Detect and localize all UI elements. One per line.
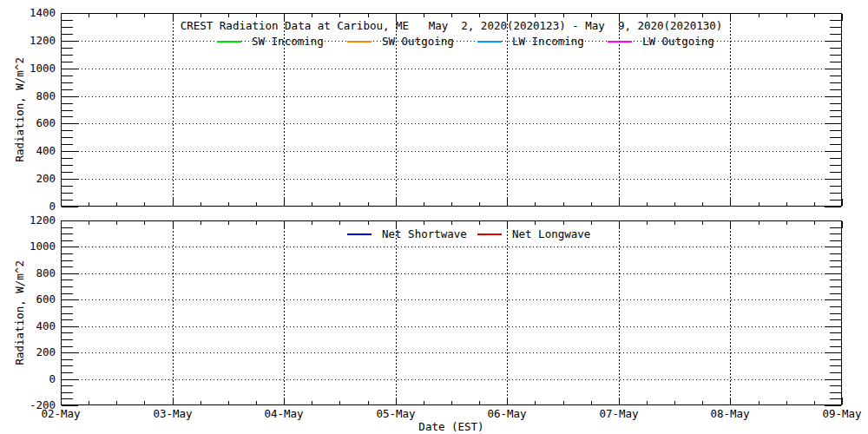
x-minor-tick: [563, 202, 564, 206]
y-minor-tick: [62, 286, 73, 287]
y-tick-label: 1000: [0, 240, 56, 252]
x-tick-label: 04-May: [249, 408, 319, 419]
x-minor-tick: [535, 401, 536, 404]
y-tick-label: 0: [0, 201, 56, 212]
x-minor-tick: [814, 221, 815, 225]
legend-line-lw-incoming: [477, 41, 502, 43]
x-major-tick: [284, 398, 285, 404]
x-minor-tick: [702, 14, 703, 17]
x-minor-tick: [647, 221, 648, 225]
legend-line-net-longwave: [477, 233, 502, 235]
legend-label: LW Incoming: [512, 36, 584, 47]
x-minor-tick: [591, 14, 592, 17]
y-minor-tick: [62, 165, 73, 166]
y-major-tick: [62, 151, 78, 152]
legend-line-lw-outgoing: [608, 41, 632, 43]
y-minor-tick: [830, 144, 841, 145]
x-major-tick: [173, 398, 174, 404]
y-minor-tick: [62, 116, 73, 117]
x-minor-tick: [591, 202, 592, 206]
y-major-tick: [825, 352, 841, 353]
y-minor-tick: [830, 172, 841, 173]
y-major-tick: [62, 179, 78, 180]
y-minor-tick: [62, 130, 73, 131]
y-minor-tick: [62, 313, 73, 314]
y-minor-tick: [830, 346, 841, 347]
x-minor-tick: [144, 401, 145, 404]
x-minor-tick: [144, 202, 145, 206]
y-major-tick: [825, 179, 841, 180]
y-minor-tick: [62, 76, 73, 76]
y-minor-tick: [62, 82, 73, 83]
x-minor-tick: [201, 14, 201, 17]
y-minor-tick: [830, 392, 841, 393]
x-major-tick: [730, 199, 731, 206]
x-major-tick: [842, 14, 843, 21]
x-major-tick: [507, 398, 508, 404]
x-major-tick: [619, 398, 620, 404]
y-minor-tick: [830, 313, 841, 314]
y-minor-tick: [62, 227, 73, 228]
y-minor-tick: [62, 110, 73, 111]
y-minor-tick: [830, 110, 841, 111]
y-minor-tick: [830, 266, 841, 267]
y-minor-tick: [62, 279, 73, 280]
x-minor-tick: [759, 401, 760, 404]
y-minor-tick: [62, 20, 73, 21]
x-minor-tick: [702, 221, 703, 225]
x-minor-tick: [256, 202, 257, 206]
legend-label: SW Outgoing: [382, 36, 454, 47]
x-major-tick: [507, 221, 508, 228]
x-minor-tick: [89, 221, 89, 225]
x-minor-tick: [339, 221, 340, 225]
y-minor-tick: [830, 227, 841, 228]
y-minor-tick: [830, 385, 841, 386]
y-minor-tick: [62, 306, 73, 307]
x-major-tick: [730, 398, 731, 404]
y-tick-label: 1000: [0, 62, 56, 74]
y-minor-tick: [62, 319, 73, 320]
y-tick-label: 1200: [0, 214, 56, 226]
x-major-tick: [173, 199, 174, 206]
y-tick-label: 800: [0, 90, 56, 102]
x-minor-tick: [759, 14, 760, 17]
y-minor-tick: [830, 89, 841, 90]
x-minor-tick: [339, 14, 340, 17]
y-minor-tick: [830, 55, 841, 56]
x-minor-tick: [116, 221, 117, 225]
x-minor-tick: [674, 221, 675, 225]
y-minor-tick: [830, 240, 841, 241]
x-minor-tick: [786, 14, 787, 17]
x-minor-tick: [479, 401, 480, 404]
y-minor-tick: [830, 130, 841, 131]
y-tick-label: 1200: [0, 35, 56, 46]
y-major-tick: [62, 326, 78, 327]
x-minor-tick: [814, 202, 815, 206]
x-minor-tick: [424, 202, 424, 206]
y-minor-tick: [830, 260, 841, 261]
x-major-tick: [284, 199, 285, 206]
radiation-chart: CREST Radiation Data at Caribou, ME May …: [0, 0, 868, 434]
x-minor-tick: [144, 14, 145, 17]
y-major-tick: [62, 273, 78, 274]
legend-line-sw-outgoing: [347, 41, 372, 43]
x-minor-tick: [647, 14, 648, 17]
x-minor-tick: [256, 401, 257, 404]
y-minor-tick: [62, 372, 73, 373]
x-minor-tick: [674, 202, 675, 206]
y-minor-tick: [830, 27, 841, 28]
x-minor-tick: [647, 202, 648, 206]
y-minor-tick: [830, 306, 841, 307]
y-major-tick: [825, 13, 841, 14]
y-major-tick: [825, 326, 841, 327]
y-minor-tick: [830, 319, 841, 320]
x-minor-tick: [201, 202, 201, 206]
x-minor-tick: [368, 221, 369, 225]
x-minor-tick: [228, 202, 229, 206]
y-major-tick: [62, 13, 78, 14]
x-minor-tick: [674, 401, 675, 404]
y-tick-label: 1400: [0, 7, 56, 18]
y-minor-tick: [830, 82, 841, 83]
x-minor-tick: [759, 202, 760, 206]
y-major-tick: [62, 96, 78, 97]
